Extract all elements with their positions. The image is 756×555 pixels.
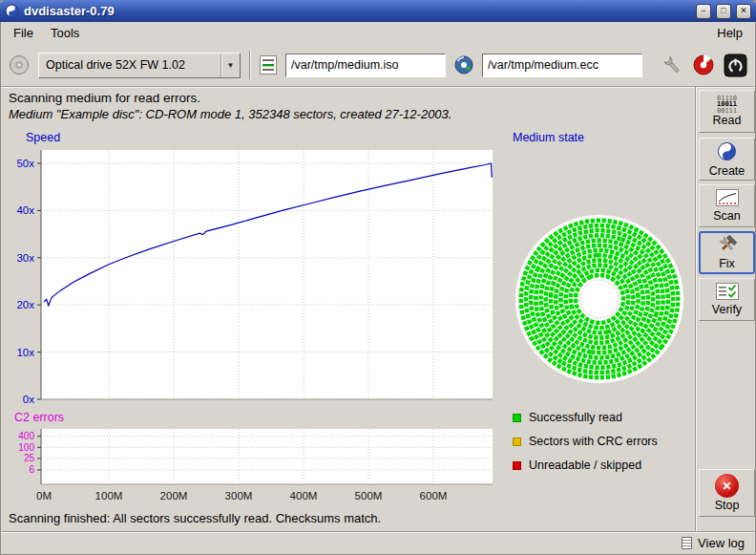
verify-label: Verify [712, 304, 742, 316]
svg-text:20x: 20x [16, 299, 34, 310]
create-label: Create [709, 165, 746, 178]
medium-info: Medium "Example disc": CD-ROM mode 1, 35… [9, 107, 452, 121]
svg-text:100: 100 [18, 442, 34, 453]
main-content: Scanning medium for read errors. Medium … [1, 87, 695, 533]
svg-text:50x: 50x [16, 158, 34, 169]
view-log-button[interactable]: View log [678, 535, 748, 551]
view-log-label: View log [698, 536, 745, 550]
svg-text:300M: 300M [225, 490, 253, 502]
result-message: Scanning finished: All sectors successfu… [9, 511, 381, 525]
charts-canvas: 0x10x20x30x40x50x6251004000M100M200M300M… [1, 125, 695, 513]
legend-label: Sectors with CRC errors [529, 435, 658, 448]
quit-power-icon[interactable] [724, 53, 747, 77]
svg-text:10x: 10x [16, 347, 34, 358]
svg-text:100M: 100M [95, 490, 123, 502]
scan-button[interactable]: Scan [699, 184, 755, 227]
fix-button[interactable]: Fix [699, 231, 755, 274]
svg-text:0M: 0M [36, 490, 52, 502]
app-window: dvdisaster-0.79 − □ ✕ File Tools Help Op… [0, 0, 756, 555]
legend-item-unreadable: Unreadable / skipped [513, 459, 641, 471]
fix-label: Fix [719, 258, 735, 270]
ecc-file-icon [454, 55, 473, 75]
legend-swatch-red [513, 461, 521, 470]
titlebar[interactable]: dvdisaster-0.79 − □ ✕ [0, 0, 756, 22]
minimize-button[interactable]: − [696, 4, 711, 19]
menu-file[interactable]: File [5, 23, 42, 43]
dvdisaster-disc-icon[interactable] [692, 53, 715, 76]
toolbar: Optical drive 52X FW 1.02 ▼ [1, 44, 755, 87]
status-message: Scanning medium for read errors. [9, 91, 200, 105]
drive-select[interactable]: Optical drive 52X FW 1.02 ▼ [38, 53, 241, 78]
svg-text:200M: 200M [160, 490, 188, 502]
svg-text:400M: 400M [290, 490, 318, 502]
legend-swatch-green [513, 414, 521, 422]
svg-text:500M: 500M [355, 490, 383, 502]
preferences-wrench-icon[interactable] [662, 54, 683, 76]
svg-text:6: 6 [29, 464, 34, 475]
svg-text:30x: 30x [16, 252, 34, 264]
maximize-button[interactable]: □ [716, 4, 731, 19]
legend-swatch-yellow [513, 438, 521, 446]
scan-label: Scan [713, 210, 741, 223]
action-sidebar: 01110 10011 00111 Read Create Scan [695, 87, 756, 533]
fix-tools-icon [717, 235, 738, 257]
svg-text:40x: 40x [16, 204, 34, 216]
image-file-icon [260, 55, 277, 75]
create-yinyang-icon [717, 141, 737, 164]
iso-path-input[interactable] [285, 53, 446, 77]
read-binary-icon: 01110 10011 00111 [717, 96, 737, 115]
legend-label: Unreadable / skipped [529, 459, 641, 472]
log-icon [682, 537, 692, 549]
legend-item-read: Successfully read [513, 412, 622, 423]
drive-icon[interactable] [9, 54, 30, 75]
toolbar-separator [249, 51, 251, 79]
menubar: File Tools Help [1, 22, 755, 44]
verify-checklist-icon [716, 283, 739, 303]
menu-help[interactable]: Help [708, 23, 751, 43]
dropdown-arrow-icon: ▼ [220, 53, 240, 77]
app-icon [5, 4, 19, 18]
svg-text:0x: 0x [23, 394, 34, 405]
stop-label: Stop [715, 500, 740, 512]
legend-label: Successfully read [529, 411, 622, 424]
drive-select-value: Optical drive 52X FW 1.02 [39, 58, 220, 72]
read-label: Read [713, 115, 742, 127]
window-title: dvdisaster-0.79 [24, 4, 691, 18]
close-button[interactable]: ✕ [736, 4, 751, 19]
statusbar: View log [1, 531, 755, 554]
menu-tools[interactable]: Tools [42, 23, 88, 43]
svg-text:25: 25 [24, 453, 35, 463]
scan-chart-icon [716, 189, 739, 209]
ecc-path-input[interactable] [482, 53, 642, 77]
create-button[interactable]: Create [699, 138, 755, 181]
read-button[interactable]: 01110 10011 00111 Read [699, 90, 755, 133]
svg-text:600M: 600M [420, 490, 448, 502]
legend-item-crc: Sectors with CRC errors [513, 436, 658, 447]
stop-button[interactable]: ✕ Stop [699, 469, 755, 517]
verify-button[interactable]: Verify [699, 278, 755, 321]
svg-text:400: 400 [18, 431, 34, 441]
stop-icon: ✕ [715, 474, 739, 498]
